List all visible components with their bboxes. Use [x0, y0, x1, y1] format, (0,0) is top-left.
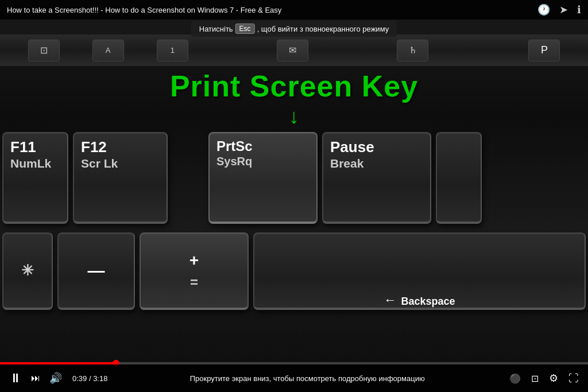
plus-key: + = — [140, 232, 249, 310]
fullscreen-exit-tooltip: Натисніть Esc , щоб вийти з повноекранно… — [191, 21, 397, 37]
clock-icon[interactable]: 🕐 — [537, 3, 550, 16]
prtsc-key: PrtSc SysRq — [208, 132, 318, 224]
backspace-key: ← Backspace — [253, 232, 586, 310]
top-key-1: ⊡ — [28, 40, 60, 61]
info-icon[interactable]: ℹ — [577, 3, 581, 16]
captions-button[interactable]: ⊡ — [529, 373, 541, 384]
star-key: ✳ — [2, 232, 53, 310]
controls-bar: ⏸ ⏭ 🔊 0:39 / 3:18 Прокрутите экран вниз,… — [0, 364, 588, 392]
volume-button[interactable]: 🔊 — [47, 372, 64, 385]
esc-badge[interactable]: Esc — [235, 24, 255, 34]
keyboard-area: F11 NumLk F12 Scr Lk PrtSc SysRq Pause B… — [0, 132, 588, 316]
subtitle-text: Прокрутите экран вниз, чтобы посмотреть … — [112, 374, 502, 383]
partial-right-key — [436, 132, 482, 224]
top-key-2: A — [92, 40, 124, 61]
right-controls: ⚫ ⊡ ⚙ ⛶ — [507, 372, 581, 385]
arrow-down-icon: ↓ — [289, 104, 299, 129]
top-key-3: 1 — [157, 40, 188, 61]
function-keys-row: F11 NumLk F12 Scr Lk PrtSc SysRq Pause B… — [0, 132, 588, 227]
f12-key: F12 Scr Lk — [73, 132, 168, 224]
title-icons: 🕐 ➤ ℹ — [537, 3, 581, 16]
top-key-mail: ✉ — [277, 40, 308, 61]
video-title: How to take a Screenshot!!! - How to do … — [7, 6, 537, 14]
top-key-saturn: ♄ — [397, 40, 428, 61]
row2-keys: ✳ — + = ← Backspace — [0, 232, 588, 316]
play-pause-button[interactable]: ⏸ — [7, 371, 24, 386]
pause-key: Pause Break — [322, 132, 431, 224]
top-key-p: P — [528, 40, 560, 61]
skip-button[interactable]: ⏭ — [29, 373, 42, 383]
share-icon[interactable]: ➤ — [559, 3, 568, 16]
top-function-row: ⊡ A 1 ✉ ♄ P — [0, 34, 588, 66]
title-bar: How to take a Screenshot!!! - How to do … — [0, 0, 588, 20]
minus-key: — — [57, 232, 135, 310]
time-display: 0:39 / 3:18 — [72, 374, 107, 383]
tooltip-prefix: Натисніть — [199, 25, 233, 33]
video-container: ⊡ A 1 ✉ ♄ P Print Screen Key ↓ F11 N — [0, 0, 588, 392]
fullscreen-button[interactable]: ⛶ — [566, 372, 581, 385]
f11-key: F11 NumLk — [2, 132, 68, 224]
settings-button[interactable]: ⚙ — [547, 372, 560, 385]
tooltip-suffix: , щоб вийти з повноекранного режиму — [257, 25, 389, 33]
autoplay-button[interactable]: ⚫ — [507, 373, 523, 384]
print-screen-label: Print Screen Key — [170, 69, 418, 103]
